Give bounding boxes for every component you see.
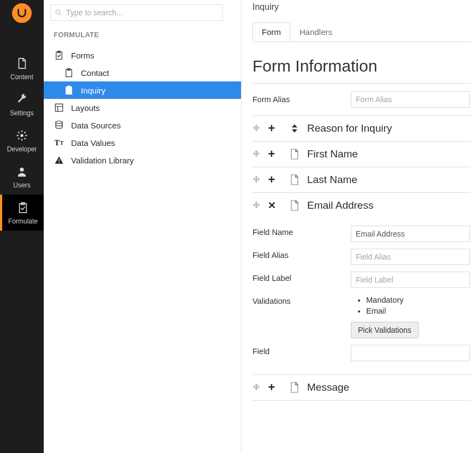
nav-label: Developer xyxy=(7,145,37,153)
validations-label: Validations xyxy=(252,295,351,305)
drag-handle-icon[interactable] xyxy=(252,150,261,158)
text-field-type-icon xyxy=(287,173,302,187)
tree-item-label: Data Sources xyxy=(71,121,121,130)
page-heading: Form Information xyxy=(252,42,471,83)
text-field-type-icon xyxy=(287,380,302,395)
text-field-type-icon xyxy=(287,198,302,213)
nav-label: Settings xyxy=(10,109,33,117)
svg-point-1 xyxy=(20,168,23,172)
app-nav-sidebar: Content Settings Developer Users Formula… xyxy=(0,0,44,453)
tree-item-data-values[interactable]: TT Data Values xyxy=(44,134,241,151)
clipboard-check-icon xyxy=(16,201,30,214)
svg-point-0 xyxy=(20,134,23,137)
svg-point-12 xyxy=(56,121,62,124)
expand-field-button[interactable]: + xyxy=(267,383,277,392)
field-alias-label: Field Alias xyxy=(252,249,351,260)
expand-field-button[interactable]: + xyxy=(267,123,277,133)
search-wrap xyxy=(44,4,241,31)
user-icon xyxy=(15,165,28,178)
validation-item: Mandatory xyxy=(366,295,471,305)
umbraco-u-icon xyxy=(16,7,28,19)
tree-item-forms[interactable]: Forms xyxy=(44,46,241,64)
tree-section-header: FORMULATE xyxy=(44,31,241,46)
clipboard-icon xyxy=(63,85,74,96)
nav-label: Content xyxy=(10,73,33,81)
tree-item-label: Inquiry xyxy=(81,86,105,95)
field-alias-input[interactable] xyxy=(351,249,470,265)
field-label-input[interactable] xyxy=(351,272,470,288)
nav-item-settings[interactable]: Settings xyxy=(0,86,44,122)
form-alias-label: Form Alias xyxy=(252,95,351,104)
drag-handle-icon[interactable] xyxy=(252,175,261,184)
tree-panel: FORMULATE Forms Contact Inquiry Layouts … xyxy=(44,0,242,453)
nav-label: Formulate xyxy=(8,217,38,225)
search-icon xyxy=(55,9,62,18)
field-title: Reason for Inquiry xyxy=(307,122,392,134)
tree-item-data-sources[interactable]: Data Sources xyxy=(44,116,241,134)
expand-field-button[interactable]: + xyxy=(267,149,277,159)
wrench-icon xyxy=(15,93,28,106)
field-row-reason: + Reason for Inquiry xyxy=(252,115,471,142)
tab-handlers[interactable]: Handlers xyxy=(290,22,342,42)
validations-row: Validations Mandatory Email Pick Validat… xyxy=(252,291,471,342)
tree-item-label: Validation Library xyxy=(71,156,134,165)
tree-item-inquiry[interactable]: Inquiry xyxy=(44,81,241,99)
validation-item: Email xyxy=(366,305,471,316)
main-content: Inquiry Form Handlers Form Information F… xyxy=(242,0,476,453)
form-alias-input[interactable] xyxy=(351,91,470,108)
field-title: Last Name xyxy=(307,174,357,186)
text-field-type-icon xyxy=(287,147,302,161)
field-label-label: Field Label xyxy=(252,272,351,283)
field-row-lastname: + Last Name xyxy=(252,167,471,193)
field-title: First Name xyxy=(307,148,358,160)
svg-point-4 xyxy=(56,10,60,14)
tab-list: Form Handlers xyxy=(252,22,471,42)
clipboard-icon xyxy=(63,67,74,78)
tree-item-label: Contact xyxy=(81,68,109,78)
field-raw-label: Field xyxy=(252,345,351,356)
layout-icon xyxy=(54,102,64,113)
tree-item-layouts[interactable]: Layouts xyxy=(44,99,241,116)
field-raw-box[interactable] xyxy=(351,345,470,361)
drag-handle-icon[interactable] xyxy=(252,201,261,210)
tree-item-validation-library[interactable]: Validation Library xyxy=(44,151,241,169)
nav-item-developer[interactable]: Developer xyxy=(0,122,44,158)
select-field-type-icon xyxy=(287,121,302,136)
field-row-message: + Message xyxy=(252,375,471,401)
search-input[interactable] xyxy=(50,4,223,21)
text-type-icon: TT xyxy=(54,137,64,148)
field-label-row: Field Label xyxy=(252,268,471,291)
field-title: Message xyxy=(307,381,349,393)
expand-field-button[interactable]: + xyxy=(267,175,277,185)
field-alias-row: Field Alias xyxy=(252,245,471,268)
tree-item-contact[interactable]: Contact xyxy=(44,64,241,81)
gear-icon xyxy=(15,129,28,142)
nav-item-users[interactable]: Users xyxy=(0,158,44,195)
svg-rect-11 xyxy=(55,104,63,111)
validations-list: Mandatory Email xyxy=(351,295,471,316)
nav-item-formulate[interactable]: Formulate xyxy=(0,195,44,231)
field-name-input[interactable] xyxy=(351,226,470,242)
field-name-label: Field Name xyxy=(252,226,351,237)
collapse-field-button[interactable]: ✕ xyxy=(267,201,277,210)
database-icon xyxy=(54,120,64,131)
field-details-email: Field Name Field Alias Field Label Valid… xyxy=(252,218,471,375)
umbraco-logo[interactable] xyxy=(12,3,32,23)
page-breadcrumb-title: Inquiry xyxy=(252,2,471,12)
tree-item-label: Layouts xyxy=(71,103,100,113)
field-title: Email Address xyxy=(307,199,373,211)
clipboard-check-icon xyxy=(54,50,64,61)
field-row-email: ✕ Email Address xyxy=(252,193,471,218)
nav-item-content[interactable]: Content xyxy=(0,50,44,86)
drag-handle-icon[interactable] xyxy=(252,383,261,392)
tab-form[interactable]: Form xyxy=(252,22,290,42)
warning-icon xyxy=(54,155,64,166)
pick-validations-button[interactable]: Pick Validations xyxy=(351,322,419,338)
file-icon xyxy=(15,57,28,70)
svg-rect-10 xyxy=(68,86,70,88)
drag-handle-icon[interactable] xyxy=(252,124,261,133)
field-row-firstname: + First Name xyxy=(252,142,471,167)
field-raw-row: Field xyxy=(252,342,471,364)
tree-item-label: Forms xyxy=(71,51,95,60)
field-name-row: Field Name xyxy=(252,222,471,245)
